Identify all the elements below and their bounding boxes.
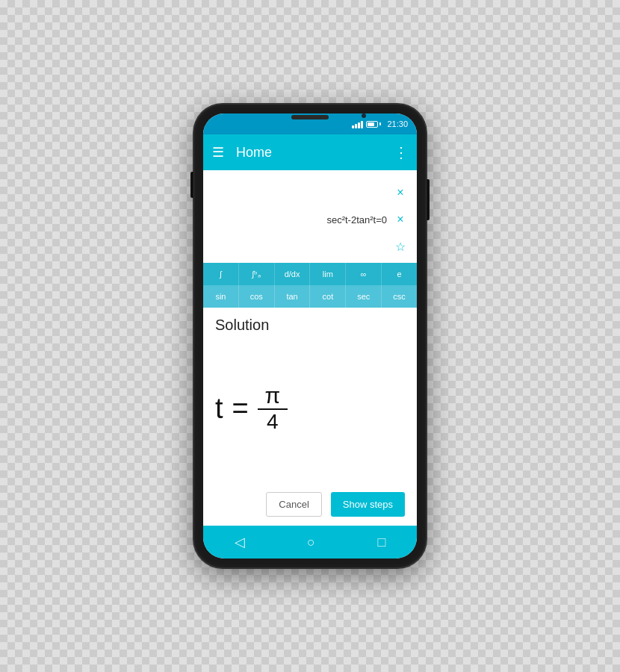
camera: [362, 113, 366, 118]
expression-area: × sec²t-2tan²t=0 × ☆: [203, 170, 417, 263]
key-csc[interactable]: csc: [382, 285, 417, 308]
math-keyboard: ∫ ∫ᵇₐ d/dx lim ∞ e sin cos tan cot sec c…: [203, 263, 417, 308]
more-options-icon[interactable]: ⋮: [394, 143, 408, 161]
app-title: Home: [236, 145, 394, 161]
key-derivative[interactable]: d/dx: [275, 263, 311, 285]
phone-screen: 21:30 ☰ Home ⋮ × sec²t-2tan²t=0 × ☆: [203, 113, 417, 559]
expr-row-1: ×: [212, 182, 408, 203]
solution-variable: t: [215, 393, 223, 425]
hamburger-icon[interactable]: ☰: [212, 144, 224, 161]
buttons-area: Cancel Show steps: [203, 483, 417, 526]
status-icons: 21:30: [352, 119, 408, 128]
signal-bars: [352, 119, 363, 128]
battery-fill: [368, 122, 373, 126]
solution-area: Solution t = π 4: [203, 308, 417, 483]
nav-recent-icon[interactable]: □: [377, 535, 385, 550]
nav-back-icon[interactable]: ◁: [235, 534, 245, 550]
key-sin[interactable]: sin: [203, 285, 239, 308]
expr-row-2: sec²t-2tan²t=0 ×: [212, 209, 408, 230]
solution-equals: =: [232, 393, 249, 425]
cancel-button[interactable]: Cancel: [266, 492, 321, 517]
signal-bar-2: [355, 124, 357, 128]
battery-body: [366, 121, 378, 128]
key-tan[interactable]: tan: [275, 285, 311, 308]
speaker: [291, 115, 329, 119]
show-steps-button[interactable]: Show steps: [331, 492, 405, 517]
signal-bar-3: [358, 122, 360, 128]
key-infinity[interactable]: ∞: [346, 263, 382, 285]
key-cot[interactable]: cot: [310, 285, 346, 308]
fraction-numerator: π: [264, 385, 280, 407]
expression-formula[interactable]: sec²t-2tan²t=0: [212, 214, 387, 225]
status-time: 21:30: [387, 119, 408, 128]
key-sec[interactable]: sec: [346, 285, 382, 308]
close-icon-1[interactable]: ×: [393, 186, 408, 199]
star-icon[interactable]: ☆: [393, 240, 408, 254]
battery-tip: [379, 122, 381, 125]
key-limit[interactable]: lim: [310, 263, 346, 285]
bottom-nav: ◁ ○ □: [203, 526, 417, 559]
solution-fraction: π 4: [258, 385, 288, 432]
signal-bar-1: [352, 125, 354, 128]
nav-home-icon[interactable]: ○: [307, 535, 315, 550]
key-integral[interactable]: ∫: [203, 263, 239, 285]
keyboard-row-1: ∫ ∫ᵇₐ d/dx lim ∞ e: [203, 263, 417, 285]
signal-bar-4: [361, 121, 363, 128]
expr-row-3: ☆: [212, 236, 408, 257]
key-euler[interactable]: e: [382, 263, 417, 285]
fraction-denominator: 4: [267, 411, 279, 432]
phone-device: 21:30 ☰ Home ⋮ × sec²t-2tan²t=0 × ☆: [194, 105, 426, 567]
key-cos[interactable]: cos: [239, 285, 275, 308]
keyboard-row-2: sin cos tan cot sec csc: [203, 285, 417, 308]
solution-label: Solution: [215, 317, 405, 334]
key-definite-integral[interactable]: ∫ᵇₐ: [239, 263, 275, 285]
app-bar: ☰ Home ⋮: [203, 134, 417, 170]
solution-math: t = π 4: [215, 343, 405, 474]
close-icon-2[interactable]: ×: [393, 213, 408, 226]
battery-icon: [366, 121, 381, 128]
main-content: × sec²t-2tan²t=0 × ☆ ∫ ∫ᵇₐ d/dx lim ∞: [203, 170, 417, 526]
